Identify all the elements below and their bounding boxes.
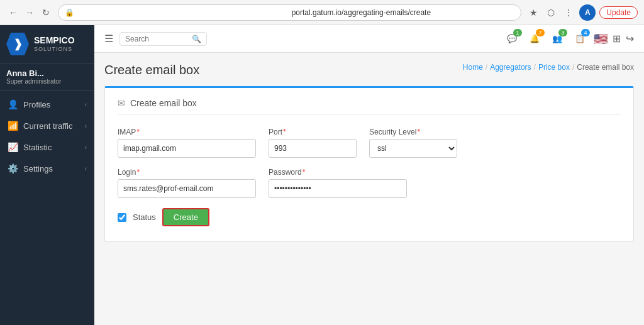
statistic-icon: 📈 [8, 142, 18, 152]
form-card: ✉ Create email box IMAP* Port* [104, 86, 634, 242]
security-label: Security Level* [369, 128, 457, 136]
bookmark-icon[interactable]: ★ [526, 6, 540, 19]
top-bar-left: ☰ 🔍 [104, 32, 207, 46]
login-input[interactable] [118, 179, 256, 198]
password-input[interactable] [269, 179, 407, 198]
chevron-traffic: ‹ [85, 123, 87, 129]
status-row: Status Create [118, 208, 621, 226]
status-checkbox[interactable] [118, 213, 126, 222]
logo-icon: ❱ [6, 33, 29, 55]
search-icon: 🔍 [192, 35, 201, 43]
users-count: 3 [558, 29, 567, 36]
tasks-count: 4 [581, 29, 590, 36]
port-input[interactable] [269, 139, 357, 158]
sidebar-label-settings: Settings [23, 164, 53, 174]
breadcrumb-current: Create email box [577, 63, 634, 72]
sidebar-menu: 👤 Profiles ‹ 📶 Current traffic ‹ 📈 Stati… [0, 91, 94, 325]
back-button[interactable]: ← [6, 6, 20, 19]
notification-badge[interactable]: 🔔 7 [526, 30, 543, 48]
imap-input[interactable] [118, 139, 256, 158]
top-bar: ☰ 🔍 💬 1 🔔 7 👥 3 [94, 25, 644, 53]
forward-button[interactable]: → [23, 6, 36, 19]
sidebar-label-statistic: Statistic [23, 143, 52, 152]
grid-icon[interactable]: ⊞ [613, 33, 621, 45]
search-input[interactable] [125, 35, 188, 43]
form-card-title-text: Create email box [130, 98, 197, 108]
imap-group: IMAP* [118, 128, 256, 158]
signout-icon[interactable]: ↪ [626, 33, 634, 45]
browser-chrome: ← → ↻ 🔒 portal.gatum.io/aggregating-emai… [0, 0, 644, 25]
search-box[interactable]: 🔍 [119, 32, 207, 46]
chat-badge[interactable]: 💬 1 [503, 30, 521, 48]
security-select[interactable]: ssl tls none [369, 139, 457, 158]
port-label: Port* [269, 128, 357, 136]
traffic-icon: 📶 [8, 121, 18, 131]
logo-brand: SEMPICO [34, 35, 75, 46]
breadcrumb: Home / Aggregators / Price box / Create … [463, 63, 634, 72]
address-bar[interactable]: 🔒 portal.gatum.io/aggregating-emails/cre… [58, 4, 521, 21]
top-bar-right: 💬 1 🔔 7 👥 3 📋 4 🇺🇸 ⊞ ↪ [503, 30, 634, 48]
status-label[interactable]: Status [133, 212, 156, 222]
user-info: Anna Bi... Super administrator [0, 63, 94, 91]
hamburger-icon[interactable]: ☰ [104, 33, 113, 45]
form-row-1: IMAP* Port* Security Level* [118, 128, 621, 158]
chat-count: 1 [513, 29, 522, 36]
page-title: Create email box [104, 63, 199, 77]
main-content: Create email box Home / Aggregators / Pr… [94, 53, 644, 325]
chevron-settings: ‹ [85, 165, 87, 172]
user-name: Anna Bi... [6, 69, 88, 78]
password-label: Password* [269, 168, 407, 177]
nav-buttons: ← → ↻ [6, 6, 53, 19]
sidebar-logo: ❱ SEMPICO SOLUTIONS [0, 25, 94, 63]
app-layout: ❱ SEMPICO SOLUTIONS Anna Bi... Super adm… [0, 25, 644, 325]
chevron-statistic: ‹ [85, 144, 87, 151]
menu-icon[interactable]: ⋮ [562, 6, 575, 19]
sidebar-item-profiles[interactable]: 👤 Profiles ‹ [0, 94, 94, 115]
avatar[interactable]: A [579, 4, 596, 21]
password-group: Password* [269, 168, 407, 198]
create-button[interactable]: Create [162, 208, 209, 226]
sidebar-item-current-traffic[interactable]: 📶 Current traffic ‹ [0, 115, 94, 136]
extensions-icon[interactable]: ⬡ [544, 6, 558, 19]
login-group: Login* [118, 168, 256, 198]
imap-label: IMAP* [118, 128, 256, 136]
breadcrumb-aggregators[interactable]: Aggregators [490, 63, 531, 72]
logo-sub: SOLUTIONS [34, 46, 75, 53]
envelope-icon: ✉ [118, 98, 125, 108]
sidebar: ❱ SEMPICO SOLUTIONS Anna Bi... Super adm… [0, 25, 94, 325]
logo-text: SEMPICO SOLUTIONS [34, 35, 75, 53]
tasks-badge[interactable]: 📋 4 [571, 30, 589, 48]
form-row-2: Login* Password* [118, 168, 621, 198]
users-badge[interactable]: 👥 3 [548, 30, 566, 48]
sidebar-label-profiles: Profiles [23, 100, 50, 109]
language-flag[interactable]: 🇺🇸 [594, 32, 608, 46]
login-label: Login* [118, 168, 256, 177]
port-group: Port* [269, 128, 357, 158]
profiles-icon: 👤 [8, 99, 18, 109]
user-role: Super administrator [6, 78, 88, 85]
sidebar-item-statistic[interactable]: 📈 Statistic ‹ [0, 136, 94, 158]
sidebar-item-settings[interactable]: ⚙️ Settings ‹ [0, 158, 94, 179]
reload-button[interactable]: ↻ [39, 6, 53, 19]
sidebar-label-traffic: Current traffic [23, 121, 73, 131]
chevron-profiles: ‹ [85, 101, 87, 108]
update-button[interactable]: Update [599, 6, 638, 19]
form-card-title: ✉ Create email box [118, 98, 621, 115]
security-group: Security Level* ssl tls none [369, 128, 457, 158]
page-header: Create email box Home / Aggregators / Pr… [104, 63, 634, 77]
browser-actions: ★ ⬡ ⋮ A Update [526, 4, 638, 21]
breadcrumb-home[interactable]: Home [463, 63, 483, 72]
settings-icon: ⚙️ [8, 163, 18, 174]
notification-count: 7 [536, 29, 545, 36]
url-text: portal.gatum.io/aggregating-emails/creat… [292, 8, 515, 17]
breadcrumb-price-box[interactable]: Price box [538, 63, 570, 72]
